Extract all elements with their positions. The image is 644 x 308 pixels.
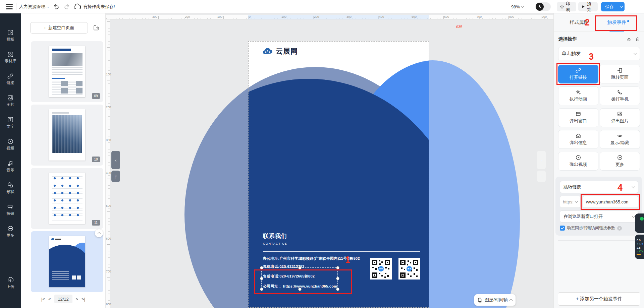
popup-image-icon (617, 111, 623, 117)
canvas-next-page-button[interactable]: › (537, 151, 546, 169)
layers-label: 图层/时间轴 (485, 297, 508, 303)
sidebar-item-video[interactable]: 视频 (0, 138, 21, 158)
selection-handle[interactable] (298, 266, 302, 269)
chevron-down-icon (632, 185, 635, 188)
panel-tabs: 样式属性 触发事件 (554, 13, 644, 32)
link-url-input[interactable]: www.yunzhan365.con (583, 196, 638, 208)
action-popup-window[interactable]: 弹出窗口 (558, 108, 598, 127)
sidebar-item-text[interactable]: 文字 (0, 117, 21, 136)
sidebar-item-label: 素材库 (5, 59, 16, 64)
sidebar-item-assets[interactable]: 素材库 (0, 51, 21, 71)
download-speed-value: 2.5 (637, 246, 641, 249)
save-button[interactable]: 保存 (601, 2, 625, 11)
selected-element-bounds[interactable] (261, 267, 338, 289)
selection-handle[interactable] (260, 288, 263, 291)
touch-mode-toggle[interactable] (535, 2, 551, 11)
next-page-icon[interactable]: > (76, 297, 78, 302)
sidebar-item-image[interactable]: 图片 (0, 95, 21, 114)
sync-params-checkbox[interactable] (560, 226, 565, 231)
collapse-thumbnails-button[interactable] (95, 229, 103, 237)
sidebar-item-template[interactable]: 模板 (0, 29, 21, 49)
collapse-section-icon[interactable] (627, 37, 631, 42)
sidebar-item-more[interactable]: 更多 (0, 226, 21, 245)
print-button[interactable]: 印刷 (557, 2, 576, 11)
new-blank-page-button[interactable]: + 新建空白页面 (30, 22, 88, 34)
tab-trigger-events[interactable]: 触发事件 (607, 19, 629, 25)
contact-subtitle[interactable]: CONTACT US (263, 242, 421, 245)
document-title[interactable]: 人力资源管理... (19, 0, 49, 13)
page-thumbnail-09[interactable]: 09 (31, 41, 103, 102)
page-number-badge: 11 (92, 220, 100, 226)
editor-canvas[interactable]: 云展网 联系我们 CONTACT US 办公地址:广州市科学城彩频路(广东软件园… (106, 13, 553, 308)
action-label: 拨打手机 (611, 96, 629, 102)
protocol-select[interactable]: https: (560, 196, 581, 208)
sidebar-item-link[interactable]: 链接 (0, 73, 21, 93)
qr-code-1[interactable] (370, 258, 392, 280)
page-thumbnail-11[interactable]: 11 (31, 168, 103, 229)
qr-code-2[interactable] (398, 258, 420, 280)
action-popup-image[interactable]: 弹出图片 (600, 108, 640, 127)
sidebar-item-button[interactable]: 按钮 (0, 204, 21, 223)
jump-type-select[interactable]: 跳转链接 (560, 181, 638, 193)
guide-line[interactable] (455, 15, 455, 308)
selection-handle[interactable] (298, 288, 302, 291)
template-icon (7, 29, 13, 36)
selection-handle[interactable] (260, 266, 263, 269)
open-mode-select[interactable]: 在浏览器新窗口打开 (560, 210, 638, 223)
action-show-hide[interactable]: 显示/隐藏 (600, 130, 640, 149)
action-call-phone[interactable]: 拨打手机 (600, 86, 640, 105)
action-label: 更多 (615, 162, 624, 168)
assets-icon (7, 51, 13, 57)
sidebar-overflow-dots[interactable]: ... (0, 302, 21, 307)
action-label: 弹出信息 (570, 140, 587, 146)
ruler-label-v: 100 (106, 73, 111, 76)
delete-trigger-icon[interactable] (635, 37, 640, 42)
action-run-animation[interactable]: 执行动画 (558, 86, 598, 105)
ruler-label-h: 500 (412, 15, 417, 18)
canvas-first-page-button[interactable]: |‹ (111, 171, 120, 182)
add-trigger-event-button[interactable]: + 添加另一个触发事件 (558, 292, 640, 306)
action-open-link[interactable]: 打开链接 (558, 65, 598, 83)
trigger-mode-select[interactable]: 单击触发 (558, 47, 640, 60)
undo-icon[interactable] (52, 0, 60, 13)
canvas-last-page-button[interactable]: ›| (537, 171, 546, 182)
network-speed-widget[interactable]: 0.0 ↑ K/s 2.5 ↓ K/s (635, 213, 644, 259)
annotation-number-1: 1 (345, 255, 350, 265)
canvas-prev-page-button[interactable]: ‹ (111, 151, 120, 169)
prev-page-icon[interactable]: < (48, 297, 51, 302)
sidebar-item-shape[interactable]: 形状 (0, 182, 21, 201)
selection-handle[interactable] (336, 288, 339, 291)
page-thumbnail-12-selected[interactable] (31, 231, 103, 292)
section-title: 选择操作 (558, 36, 623, 42)
contact-title[interactable]: 联系我们 (263, 232, 421, 240)
sidebar-item-label: 链接 (7, 80, 14, 85)
action-popup-video[interactable]: 弹出视频 (558, 152, 598, 171)
preview-button[interactable]: 预览 (578, 2, 598, 11)
info-icon[interactable]: i (617, 226, 622, 231)
tab-trigger-label: 触发事件 (607, 19, 626, 25)
save-dropdown-arrow[interactable] (618, 2, 625, 11)
brand-logo[interactable]: 云展网 (262, 47, 298, 56)
sidebar-item-music[interactable]: 音乐 (0, 160, 21, 180)
selection-handle[interactable] (336, 277, 339, 280)
selection-handle[interactable] (336, 266, 339, 269)
text-icon (7, 117, 13, 123)
zoom-level-control[interactable]: 98% (511, 0, 524, 13)
redo-icon[interactable] (62, 0, 71, 13)
ruler-label-h: 600 (444, 15, 449, 18)
action-jump-page[interactable]: 跳转页面 (600, 65, 640, 83)
page-indicator[interactable]: 12/12 (54, 295, 72, 303)
last-page-icon[interactable]: >| (82, 297, 85, 302)
contact-address[interactable]: 办公地址:广州市科学城彩频路(广东软件园内)11号D栋502 (263, 256, 421, 261)
sidebar-item-label: 更多 (7, 233, 14, 238)
import-page-button[interactable] (91, 22, 102, 34)
action-popup-message[interactable]: 弹出信息 (558, 130, 598, 149)
menu-icon[interactable] (5, 0, 13, 13)
thumbnail-preview (49, 46, 85, 97)
page-thumbnail-10[interactable]: 10 (31, 105, 103, 166)
selection-handle[interactable] (260, 277, 263, 280)
action-more[interactable]: 更多 (600, 152, 640, 171)
first-page-icon[interactable]: |< (41, 297, 45, 302)
sidebar-item-upload[interactable]: 上传 (0, 277, 21, 296)
layers-timeline-button[interactable]: 图层/时间轴 (474, 294, 516, 306)
